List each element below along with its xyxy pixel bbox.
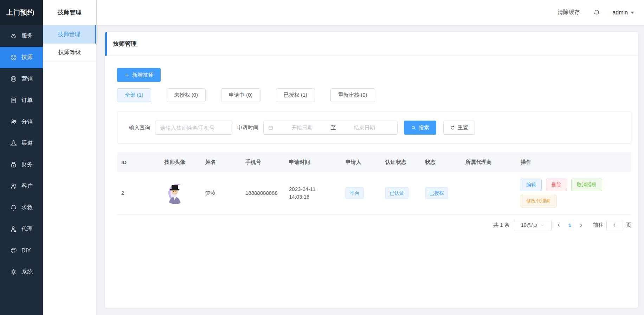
channel-icon	[10, 140, 17, 147]
sidebar-item-label: 技师	[21, 54, 33, 61]
chevron-left-icon	[556, 223, 561, 227]
refresh-icon	[450, 125, 455, 130]
sidebar-item-finance[interactable]: 财务	[0, 154, 43, 175]
modify-agent-button[interactable]: 修改代理商	[521, 195, 556, 207]
technician-avatar	[164, 182, 187, 204]
col-header-actions: 操作	[516, 152, 631, 172]
username: admin	[612, 9, 628, 16]
reset-button[interactable]: 重置	[443, 121, 475, 135]
content-card: 技师管理 新增技师 全部 (1) 未授权 (0) 申请中 (0) 已授权 (1)…	[105, 32, 638, 308]
col-header-avatar: 技师头像	[160, 152, 201, 172]
sidebar-item-label: 代理	[21, 225, 33, 233]
app-root: 上门预约 服务 技师 营销 订单 分销 渠道 财务	[0, 0, 644, 315]
prev-page-button[interactable]	[554, 220, 564, 231]
sidebar-item-technician[interactable]: 技师	[0, 47, 43, 68]
sidebar-item-orders[interactable]: 订单	[0, 90, 43, 111]
distribution-icon	[10, 118, 17, 126]
card-header: 技师管理	[105, 32, 638, 56]
cancel-authorization-button[interactable]: 取消授权	[571, 179, 602, 191]
col-header-status: 状态	[421, 152, 461, 172]
plus-icon	[124, 72, 130, 78]
edit-button[interactable]: 编辑	[521, 179, 542, 191]
next-page-button[interactable]	[575, 220, 586, 231]
sidebar-item-label: 服务	[21, 32, 33, 40]
filter-tabs: 全部 (1) 未授权 (0) 申请中 (0) 已授权 (1) 重新审核 (0)	[117, 88, 631, 102]
technician-table: ID 技师头像 姓名 手机号 申请时间 申请人 认证状态 状态 所属代理商 操作	[117, 152, 631, 214]
bell-icon[interactable]	[593, 9, 600, 16]
sidebar-item-label: 求救	[21, 204, 33, 211]
sidebar-item-system[interactable]: 系统	[0, 261, 43, 283]
add-technician-button[interactable]: 新增技师	[117, 68, 161, 82]
submenu-item-label: 技师等级	[58, 49, 81, 56]
sidebar-item-diy[interactable]: DIY	[0, 240, 43, 261]
filter-tab-applying[interactable]: 申请中 (0)	[221, 88, 260, 102]
col-header-id: ID	[117, 152, 160, 172]
filter-tab-all[interactable]: 全部 (1)	[117, 88, 151, 102]
cell-auth-status: 已认证	[381, 172, 421, 214]
search-filter-panel: 输入查询 申请时间 开始日期 至 结束日期 搜索	[117, 111, 631, 144]
sidebar-item-help[interactable]: 求救	[0, 197, 43, 218]
cell-id: 2	[117, 172, 160, 214]
search-button[interactable]: 搜索	[404, 121, 436, 135]
order-icon	[10, 97, 17, 104]
sidebar-item-service[interactable]: 服务	[0, 25, 43, 47]
service-icon	[10, 32, 17, 40]
finance-icon	[10, 161, 17, 168]
col-header-phone: 手机号	[241, 152, 285, 172]
main-area: 清除缓存 admin 技师管理 新增技师 全部 (1)	[97, 0, 644, 315]
search-icon	[411, 125, 416, 130]
sidebar-item-label: 财务	[21, 161, 33, 168]
calendar-icon	[268, 125, 273, 130]
marketing-icon	[10, 75, 17, 83]
sidebar-item-customers[interactable]: 客户	[0, 175, 43, 197]
sidebar-item-label: 渠道	[21, 140, 33, 147]
chevron-down-icon	[540, 223, 544, 227]
status-tag: 已授权	[425, 187, 448, 199]
sidebar-item-marketing[interactable]: 营销	[0, 68, 43, 90]
filter-tab-reaudit[interactable]: 重新审核 (0)	[330, 88, 375, 102]
end-date-placeholder: 结束日期	[336, 124, 393, 131]
help-bell-icon	[10, 204, 17, 211]
page-background: 技师管理 新增技师 全部 (1) 未授权 (0) 申请中 (0) 已授权 (1)…	[97, 25, 644, 315]
pagination: 共 1 条 10条/页 1 前往	[117, 220, 631, 231]
sidebar-item-channel[interactable]: 渠道	[0, 133, 43, 154]
submenu-item-label: 技师管理	[58, 31, 80, 38]
customer-icon	[10, 182, 17, 190]
query-label: 输入查询	[129, 124, 150, 131]
goto-page-input[interactable]	[606, 220, 623, 231]
cell-avatar	[160, 172, 201, 214]
page-unit-label: 页	[626, 222, 631, 229]
cell-status: 已授权	[421, 172, 461, 214]
cell-name: 梦凌	[201, 172, 241, 214]
goto-label: 前往	[593, 222, 604, 229]
col-header-name: 姓名	[201, 152, 241, 172]
technician-search-input[interactable]	[155, 121, 232, 135]
current-page: 1	[568, 222, 571, 228]
sidebar-item-agent[interactable]: 代理	[0, 218, 43, 240]
sidebar-item-distribution[interactable]: 分销	[0, 111, 43, 133]
delete-button[interactable]: 删除	[546, 179, 567, 191]
applicant-tag: 平台	[346, 187, 364, 199]
auth-status-tag: 已认证	[385, 187, 408, 199]
submenu-item-technician-management[interactable]: 技师管理	[43, 25, 96, 44]
agent-icon	[10, 225, 17, 233]
apply-time-range-picker[interactable]: 开始日期 至 结束日期	[263, 121, 398, 135]
user-menu[interactable]: admin	[612, 9, 634, 16]
cell-apply-time: 2023-04-11 14:03:16	[285, 172, 341, 214]
page-size-select[interactable]: 10条/页	[514, 220, 552, 231]
sidebar-item-label: 分销	[21, 118, 33, 126]
submenu-item-technician-level[interactable]: 技师等级	[43, 44, 96, 62]
cell-actions: 编辑 删除 取消授权 修改代理商	[516, 172, 631, 214]
col-header-auth-status: 认证状态	[381, 152, 421, 172]
filter-tab-unauthorized[interactable]: 未授权 (0)	[167, 88, 206, 102]
primary-sidebar: 上门预约 服务 技师 营销 订单 分销 渠道 财务	[0, 0, 43, 315]
clear-cache-button[interactable]: 清除缓存	[557, 9, 580, 16]
sidebar-item-label: DIY	[21, 248, 31, 254]
page-title: 技师管理	[113, 40, 137, 48]
submenu-title: 技师管理	[43, 0, 96, 25]
filter-tab-authorized[interactable]: 已授权 (1)	[276, 88, 315, 102]
sidebar-item-label: 系统	[21, 268, 33, 276]
total-count: 共 1 条	[493, 222, 510, 229]
apply-time-label: 申请时间	[237, 124, 258, 131]
cell-agent	[461, 172, 516, 214]
